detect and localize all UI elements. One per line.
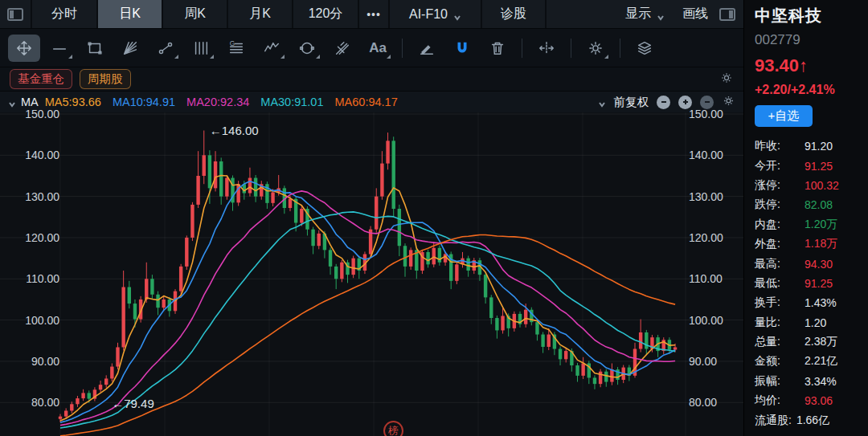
toolbar-divider (402, 39, 403, 58)
svg-text:G: G (230, 39, 235, 47)
vertical-lines-tool-button[interactable] (185, 35, 217, 62)
toolbar-divider (522, 39, 522, 58)
pitchfork-icon (334, 39, 351, 57)
stat-total-volume: 总量:2.38万 (755, 332, 868, 352)
dropdown-corner-icon (604, 55, 608, 59)
split-arrows-icon (538, 39, 555, 57)
zoom-reset-button[interactable] (700, 96, 714, 109)
right-panel-toggle-button[interactable] (718, 0, 743, 28)
left-panel-toggle-button[interactable] (0, 0, 32, 28)
stock-name: 中坚科技 (755, 5, 868, 26)
dropdown-corner-icon (68, 55, 72, 59)
adjust-chevron-icon[interactable] (598, 98, 606, 106)
draw-line-button[interactable]: 画线 (673, 0, 718, 28)
right-axis-tick-label: 150.00 (689, 108, 737, 120)
stat-amplitude: 振幅:3.34% (755, 372, 868, 391)
quote-panel: 中坚科技 002779 93.40↑ +2.20/+2.41% +自选 昨收:9… (743, 0, 868, 436)
stat-high: 最高:94.30 (755, 254, 868, 273)
dropdown-corner-icon (174, 55, 178, 59)
tab-120min[interactable]: 120分 (293, 0, 359, 28)
ma5-value: MA5:93.66 (45, 96, 101, 108)
ma60-value: MA60:94.17 (335, 96, 398, 108)
ai-f10-dropdown[interactable]: AI-F10 (390, 0, 482, 28)
stat-float-shares: 流通股:1.66亿 (755, 410, 868, 430)
price-annotation: ←146.00 (210, 124, 259, 137)
left-axis-tick-label: 150.00 (11, 108, 59, 120)
dropdown-corner-icon (316, 55, 320, 59)
right-panel-icon (719, 8, 735, 21)
tab-daily-k[interactable]: 日K (98, 0, 163, 28)
candlestick-chart-svg: ←146.00←79.49 (0, 112, 743, 436)
diagnose-stock-button[interactable]: 诊股 (482, 0, 547, 28)
price-change: +2.20/+2.41% (755, 83, 868, 97)
current-price: 93.40↑ (755, 55, 868, 76)
left-axis-tick-label: 90.00 (11, 355, 59, 368)
ma10-value: MA10:94.91 (113, 96, 175, 108)
wave-tool-button[interactable] (256, 35, 288, 62)
magnet-tool-button[interactable] (446, 35, 478, 62)
stock-app-window: 分时 日K 周K 月K 120分 ••• AI-F10 诊股 显示 画线 G A… (0, 0, 868, 436)
zoom-out-button[interactable] (657, 96, 670, 109)
collapse-ma-chevron-icon[interactable] (8, 98, 16, 106)
add-watchlist-button[interactable]: +自选 (755, 105, 813, 127)
forward-adjust-label[interactable]: 前复权 (614, 95, 649, 110)
chevron-down-icon (453, 10, 461, 18)
vertical-lines-icon (192, 39, 210, 57)
tab-weekly-k[interactable]: 周K (163, 0, 228, 28)
stat-open: 今开:91.25 (755, 156, 868, 175)
right-axis-tick-label: 90.00 (689, 355, 737, 368)
tag-fund-holding[interactable]: 基金重仓 (10, 69, 72, 89)
right-axis-tick-label: 140.00 (689, 149, 737, 161)
text-tool-label: Aa (369, 40, 387, 56)
stat-avg-price: 均价:93.06 (755, 391, 868, 410)
gann-grid-icon: G (227, 39, 245, 57)
split-adjust-tool-button[interactable] (530, 35, 563, 62)
right-axis-tick-label: 130.00 (689, 190, 737, 203)
delete-tool-button[interactable] (481, 35, 514, 62)
ma-indicator-row: MA MA5:93.66 MA10:94.91 MA20:92.34 MA30:… (0, 92, 743, 112)
pitchfork-tool-button[interactable] (326, 35, 358, 62)
gann-grid-tool-button[interactable]: G (220, 35, 252, 62)
stat-prev-close: 昨收:91.20 (755, 137, 868, 156)
stat-inner-volume: 内盘:1.20万 (755, 215, 868, 234)
layers-tool-button[interactable] (628, 35, 661, 62)
trendline-tool-button[interactable] (43, 35, 76, 62)
tag-cyclical-stock[interactable]: 周期股 (80, 69, 131, 89)
ma-title: MA (21, 96, 39, 108)
stat-low: 最低:91.25 (755, 274, 868, 293)
measure-tool-button[interactable] (149, 35, 182, 62)
tags-settings-button[interactable] (719, 71, 734, 88)
layers-icon (636, 39, 653, 57)
chart-gridlines (0, 112, 743, 436)
cycle-tool-button[interactable] (291, 35, 323, 62)
minus-icon (660, 98, 668, 106)
text-tool-button[interactable]: Aa (362, 35, 394, 62)
candlestick-chart-canvas[interactable]: ←146.00←79.49 榜 150.00150.00140.00140.00… (0, 112, 743, 436)
rectangle-icon (86, 39, 104, 57)
left-axis-tick-label: 130.00 (11, 190, 59, 203)
left-axis-tick-label: 80.00 (11, 396, 59, 409)
brush-tool-button[interactable] (411, 35, 443, 62)
candlestick-series (59, 131, 677, 422)
rectangle-tool-button[interactable] (79, 35, 111, 62)
wave-icon (263, 39, 280, 57)
left-axis-tick-label: 140.00 (11, 149, 59, 161)
zoom-in-button[interactable] (678, 96, 692, 109)
toolbar-divider (571, 39, 571, 58)
stat-amount: 金额:2.21亿 (755, 352, 868, 371)
plus-icon (682, 98, 690, 106)
tab-minute[interactable]: 分时 (32, 0, 98, 28)
stat-limit-down: 跌停:82.08 (755, 195, 868, 214)
trash-icon (489, 39, 506, 57)
dropdown-corner-icon (387, 55, 391, 59)
tab-monthly-k[interactable]: 月K (228, 0, 293, 28)
stat-volume-ratio: 量比:1.20 (755, 313, 868, 332)
display-dropdown[interactable]: 显示 (617, 0, 673, 28)
left-axis-tick-label: 110.00 (11, 272, 59, 285)
gann-fan-tool-button[interactable] (114, 35, 146, 62)
settings-tool-button[interactable] (579, 35, 612, 62)
more-periods-button[interactable]: ••• (359, 0, 390, 28)
trendline-icon (51, 39, 68, 57)
move-tool-button[interactable] (8, 35, 40, 62)
measure-icon (157, 39, 174, 57)
